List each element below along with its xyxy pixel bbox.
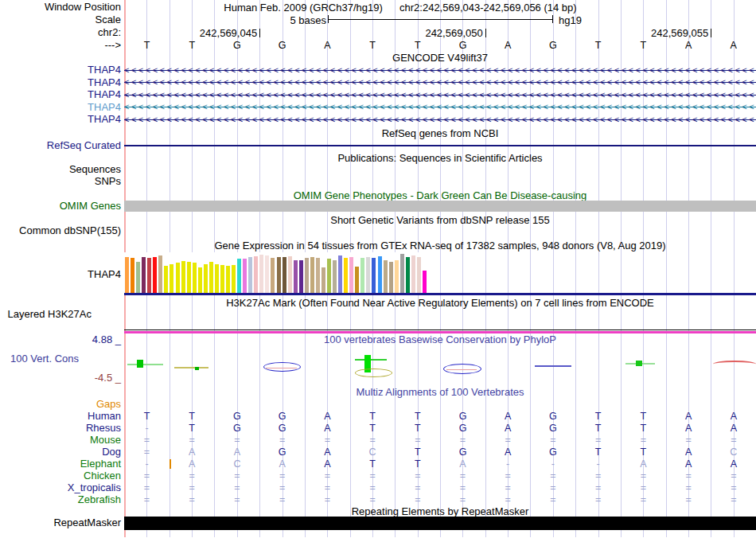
phylop-mark-ellipse[interactable] — [263, 362, 301, 372]
alignment-base[interactable]: = — [711, 435, 756, 446]
alignment-base[interactable]: = — [305, 494, 350, 505]
gtex-tissue-bar[interactable] — [333, 260, 337, 293]
alignment-base[interactable]: = — [350, 470, 396, 482]
alignment-base[interactable]: = — [350, 435, 396, 446]
repeatmasker-label[interactable]: RepeatMasker — [53, 517, 121, 528]
publications-snps-label[interactable]: SNPs — [95, 176, 121, 187]
alignment-base[interactable]: = — [711, 482, 756, 493]
gtex-tissue-bar[interactable] — [366, 257, 370, 293]
gtex-tissue-bar[interactable] — [204, 264, 208, 293]
gtex-tissue-bar[interactable] — [406, 257, 410, 293]
alignment-base[interactable]: A — [259, 458, 305, 470]
alignment-base[interactable]: T — [395, 411, 440, 422]
alignment-base[interactable]: = — [485, 470, 531, 482]
phylop-mark-rect[interactable] — [195, 367, 199, 370]
gtex-tissue-bar[interactable] — [142, 257, 146, 293]
alignment-base[interactable]: T — [350, 458, 396, 470]
alignment-base[interactable]: = — [530, 482, 575, 493]
alignment-base[interactable]: A — [711, 411, 756, 422]
alignment-base[interactable]: = — [666, 494, 711, 505]
gtex-tissue-bar[interactable] — [277, 257, 281, 293]
alignment-row-mouse[interactable]: ============== — [124, 435, 756, 446]
gtex-tissue-bar[interactable] — [254, 256, 258, 293]
alignment-base[interactable]: - — [485, 458, 531, 470]
alignment-base[interactable]: = — [575, 435, 621, 446]
alignment-row-rhesus[interactable]: -TGGATTGAGTTAA — [124, 423, 756, 434]
alignment-base[interactable]: = — [395, 494, 440, 505]
gtex-tissue-bar[interactable] — [215, 264, 219, 293]
alignment-base[interactable]: A — [305, 446, 350, 458]
species-label-human[interactable]: Human — [88, 411, 121, 422]
gtex-tissue-bar[interactable] — [400, 254, 404, 293]
alignment-base[interactable]: = — [575, 482, 621, 493]
gene-intron-arrow-line[interactable]: <<<<<<<<<<<<<<<<<<<<<<<<<<<<<<<<<<<<<<<<… — [124, 102, 756, 112]
gtex-tissue-bar[interactable] — [164, 266, 168, 293]
alignment-base[interactable]: G — [530, 446, 575, 458]
gtex-tissue-bar[interactable] — [411, 255, 415, 293]
phylop-mark-hline[interactable] — [127, 364, 163, 365]
alignment-base[interactable]: = — [395, 435, 440, 446]
multiz-track-title[interactable]: Multiz Alignments of 100 Vertebrates — [124, 387, 756, 398]
repeatmasker-track-title[interactable]: Repeating Elements by RepeatMasker — [124, 506, 756, 517]
gtex-tissue-bar[interactable] — [131, 258, 134, 293]
gtex-tissue-bar[interactable] — [271, 258, 275, 293]
alignment-base[interactable]: T — [170, 411, 215, 422]
h3k27ac-baseline[interactable] — [124, 329, 756, 330]
alignment-base[interactable]: = — [485, 494, 531, 505]
alignment-base[interactable]: A — [666, 446, 711, 458]
alignment-row-zebrafish[interactable]: ============== — [124, 494, 756, 505]
gtex-tissue-bar[interactable] — [327, 259, 331, 293]
gtex-tissue-bar[interactable] — [265, 255, 269, 293]
alignment-base[interactable]: = — [124, 482, 170, 493]
insertion-tick[interactable] — [170, 459, 171, 469]
phylop-mark-hline[interactable] — [535, 365, 571, 367]
species-label-mouse[interactable]: Mouse — [90, 435, 121, 446]
alignment-base[interactable]: T — [621, 423, 666, 434]
species-label-zebrafish[interactable]: Zebrafish — [78, 494, 121, 505]
gtex-tissue-bar[interactable] — [125, 257, 129, 293]
alignment-base[interactable]: G — [440, 446, 485, 458]
species-label-dog[interactable]: Dog — [102, 446, 121, 458]
alignment-row-gaps[interactable] — [124, 399, 756, 410]
publications-sequences-label[interactable]: Sequences — [69, 164, 121, 175]
gtex-tissue-bar[interactable] — [226, 266, 230, 293]
conservation-track-title[interactable]: 100 vertebrates Basewise Conservation by… — [124, 334, 756, 345]
gene-intron-arrow-line[interactable]: <<<<<<<<<<<<<<<<<<<<<<<<<<<<<<<<<<<<<<<<… — [124, 115, 756, 125]
alignment-base[interactable]: = — [350, 494, 396, 505]
phylop-mark-ellipse[interactable] — [355, 368, 392, 377]
gtex-tissue-bar[interactable] — [248, 257, 252, 293]
repeatmasker-element-bar[interactable] — [124, 517, 756, 530]
gtex-tissue-bar[interactable] — [232, 265, 236, 293]
alignment-row-human[interactable]: TTGGATTGAGTTAA — [124, 411, 756, 422]
alignment-base[interactable]: = — [621, 435, 666, 446]
alignment-base[interactable]: G — [530, 411, 575, 422]
alignment-base[interactable]: T — [575, 446, 621, 458]
gtex-tissue-bar[interactable] — [294, 260, 298, 293]
gtex-tissue-bar[interactable] — [378, 256, 382, 293]
gencode-gene-label[interactable]: THAP4 — [88, 89, 121, 100]
h3k27ac-track-title[interactable]: H3K27Ac Mark (Often Found Near Active Re… — [124, 298, 756, 309]
alignment-base[interactable]: - — [124, 423, 170, 434]
alignment-base[interactable]: A — [170, 458, 215, 470]
alignment-base[interactable]: T — [575, 423, 621, 434]
alignment-base[interactable]: = — [485, 482, 531, 493]
gencode-gene-label[interactable]: THAP4 — [88, 114, 121, 125]
gtex-tissue-bar[interactable] — [321, 267, 325, 293]
gtex-tissue-bar[interactable] — [372, 258, 376, 293]
alignment-base[interactable]: = — [170, 482, 215, 493]
gtex-gene-label[interactable]: THAP4 — [88, 269, 121, 280]
gene-intron-arrow-line[interactable]: <<<<<<<<<<<<<<<<<<<<<<<<<<<<<<<<<<<<<<<<… — [124, 77, 756, 88]
phylop-mark-hline[interactable] — [266, 368, 297, 368]
alignment-base[interactable]: T — [621, 446, 666, 458]
alignment-base[interactable]: A — [711, 423, 756, 434]
gtex-tissue-bar[interactable] — [423, 271, 427, 293]
alignment-base[interactable]: = — [124, 494, 170, 505]
alignment-base[interactable]: C — [711, 446, 756, 458]
phylop-mark-hline[interactable] — [446, 369, 477, 370]
alignment-base[interactable]: A — [440, 458, 485, 470]
alignment-base[interactable]: A — [485, 411, 531, 422]
alignment-base[interactable]: T — [575, 411, 621, 422]
gtex-tissue-bar[interactable] — [193, 263, 197, 293]
alignment-base[interactable]: = — [259, 435, 305, 446]
alignment-base[interactable]: G — [440, 423, 485, 434]
